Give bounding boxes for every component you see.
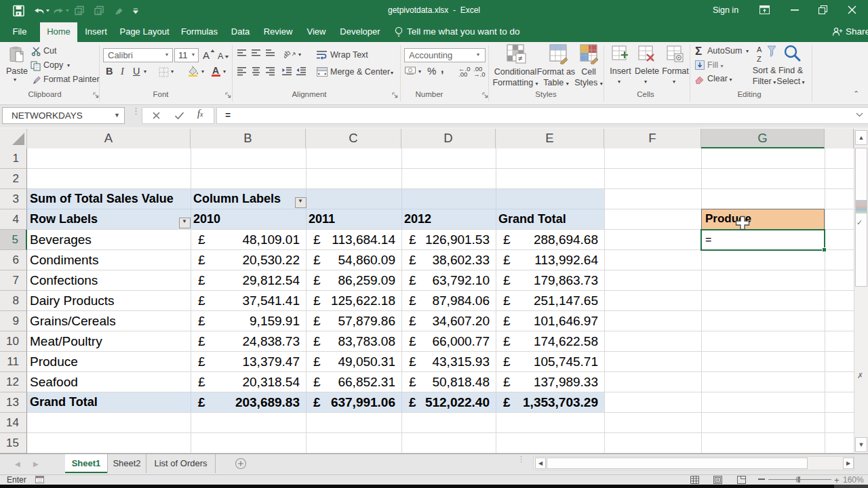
svg-text:Z: Z [757, 55, 762, 63]
svg-text:ab: ab [284, 49, 292, 59]
svg-text:A: A [757, 45, 762, 54]
svg-text:≠: ≠ [518, 54, 522, 62]
